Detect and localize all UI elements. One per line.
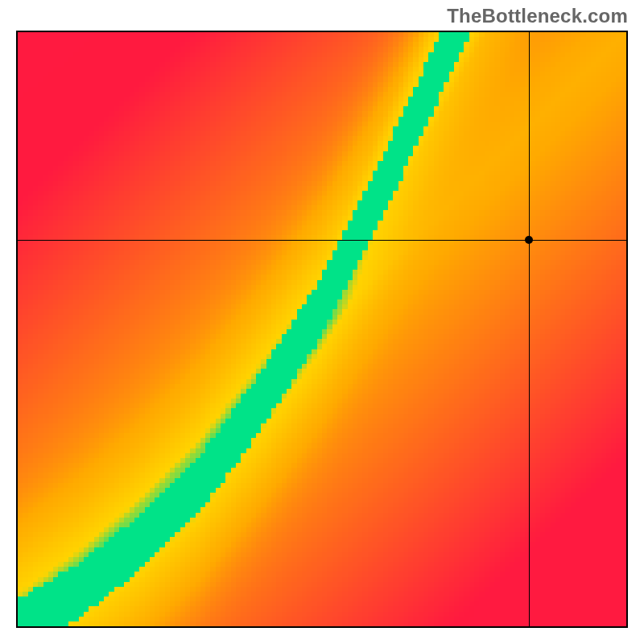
plot-area xyxy=(16,31,628,628)
watermark-text: TheBottleneck.com xyxy=(447,5,628,27)
heatmap-canvas xyxy=(18,32,626,626)
marker-point xyxy=(525,236,533,244)
crosshair-horizontal xyxy=(18,240,626,241)
crosshair-vertical xyxy=(529,32,530,626)
chart-container: TheBottleneck.com xyxy=(0,0,644,644)
